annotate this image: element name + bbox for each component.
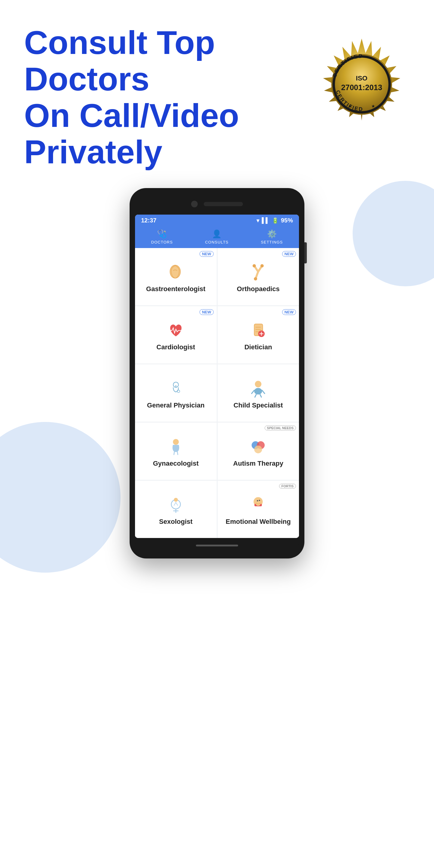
- status-time: 12:37: [141, 217, 156, 224]
- svg-point-14: [260, 264, 264, 267]
- svg-point-35: [254, 445, 262, 453]
- hero-section: Consult Top Doctors On Call/Video Privat…: [0, 0, 434, 182]
- battery-percent: 95%: [281, 217, 293, 224]
- card-sexologist[interactable]: Sexologist: [135, 481, 217, 538]
- signal-icon: ▌▌: [261, 217, 270, 224]
- tab-settings[interactable]: ⚙️ SETTINGS: [261, 229, 283, 244]
- tab-doctors-label: DOCTORS: [151, 240, 173, 244]
- gynaecologist-name: Gynaecologist: [153, 460, 198, 467]
- svg-point-13: [253, 264, 256, 267]
- doctors-grid: NEW Gastroenterologist NEW: [135, 248, 299, 538]
- child-specialist-name: Child Specialist: [234, 401, 283, 409]
- tab-consults[interactable]: 👤 CONSULTS: [205, 229, 228, 244]
- wifi-icon: ▾: [256, 217, 259, 224]
- general-physician-name: General Physician: [147, 401, 205, 409]
- cardiologist-icon: [166, 321, 186, 340]
- svg-text:★: ★: [371, 104, 375, 108]
- autism-therapy-name: Autism Therapy: [233, 460, 283, 467]
- phone-container: 12:37 ▾ ▌▌ 🔋 95% 🩺 DOCTORS 👤 CONSULTS: [0, 182, 434, 583]
- svg-point-24: [175, 385, 176, 386]
- child-specialist-icon: [248, 379, 268, 398]
- iso-badge-container: CERTIFIED ISO 27001:2013 CERTIFIED ★ ★: [313, 36, 410, 133]
- badge-orthopaedics: NEW: [282, 251, 296, 257]
- consults-icon: 👤: [212, 229, 221, 239]
- home-bar: [196, 545, 238, 547]
- card-dietician[interactable]: NEW Dietician: [218, 306, 299, 364]
- svg-text:★: ★: [348, 104, 352, 108]
- gynaecologist-icon: [166, 437, 186, 457]
- status-right: ▾ ▌▌ 🔋 95%: [256, 217, 293, 224]
- orthopaedics-icon: [248, 262, 268, 282]
- iso-badge: CERTIFIED ISO 27001:2013 CERTIFIED ★ ★: [313, 36, 410, 133]
- badge-emotional-wellbeing: FORTIS: [279, 484, 296, 489]
- badge-cardiologist: NEW: [199, 309, 213, 315]
- hero-title: Consult Top Doctors On Call/Video Privat…: [24, 24, 313, 170]
- tab-bar: 🩺 DOCTORS 👤 CONSULTS ⚙️ SETTINGS: [135, 226, 299, 248]
- svg-point-39: [174, 498, 178, 501]
- cardiologist-name: Cardiologist: [156, 343, 195, 351]
- sexologist-icon: [166, 495, 186, 515]
- autism-therapy-icon: [248, 437, 268, 457]
- phone-camera: [191, 201, 198, 207]
- hero-text: Consult Top Doctors On Call/Video Privat…: [24, 24, 313, 170]
- phone-notch: [135, 193, 299, 215]
- battery-icon: 🔋: [272, 217, 278, 224]
- card-gynaecologist[interactable]: Gynaecologist: [135, 423, 217, 480]
- emotional-wellbeing-icon: [248, 495, 268, 515]
- svg-line-30: [255, 395, 256, 397]
- emotional-wellbeing-name: Emotional Wellbeing: [226, 518, 291, 526]
- svg-point-42: [259, 500, 260, 501]
- svg-point-26: [255, 381, 261, 387]
- phone-bottom: [135, 538, 299, 553]
- svg-text:ISO: ISO: [356, 74, 368, 82]
- svg-line-28: [252, 390, 254, 393]
- phone-speaker: [204, 202, 243, 206]
- svg-line-31: [260, 395, 261, 397]
- tab-doctors[interactable]: 🩺 DOCTORS: [151, 229, 173, 244]
- general-physician-icon: [166, 379, 186, 398]
- phone-screen: 12:37 ▾ ▌▌ 🔋 95% 🩺 DOCTORS 👤 CONSULTS: [135, 215, 299, 538]
- sexologist-name: Sexologist: [159, 518, 193, 526]
- tab-consults-label: CONSULTS: [205, 240, 228, 244]
- badge-gastroenterologist: NEW: [199, 251, 213, 257]
- card-child-specialist[interactable]: Child Specialist: [218, 364, 299, 422]
- card-cardiologist[interactable]: NEW Cardiologist: [135, 306, 217, 364]
- phone-side-button: [304, 242, 307, 264]
- svg-text:27001:2013: 27001:2013: [341, 83, 382, 92]
- doctors-icon: 🩺: [157, 229, 167, 239]
- card-gastroenterologist[interactable]: NEW Gastroenterologist: [135, 248, 217, 305]
- svg-line-29: [262, 390, 265, 393]
- svg-point-41: [257, 500, 258, 501]
- card-orthopaedics[interactable]: NEW Orthopaedics: [218, 248, 299, 305]
- orthopaedics-name: Orthopaedics: [237, 285, 280, 293]
- card-autism-therapy[interactable]: SPECIAL NEEDS Autism Therapy: [218, 423, 299, 480]
- gastroenterologist-name: Gastroenterologist: [146, 285, 206, 293]
- settings-icon: ⚙️: [267, 229, 277, 239]
- dietician-icon: [248, 321, 268, 340]
- card-general-physician[interactable]: General Physician: [135, 364, 217, 422]
- svg-point-15: [254, 277, 257, 280]
- dietician-name: Dietician: [244, 343, 272, 351]
- tab-settings-label: SETTINGS: [261, 240, 283, 244]
- badge-autism-therapy: SPECIAL NEEDS: [265, 426, 296, 430]
- gastroenterologist-icon: [166, 262, 186, 282]
- svg-point-32: [173, 439, 179, 445]
- status-bar: 12:37 ▾ ▌▌ 🔋 95%: [135, 215, 299, 226]
- phone-mockup: 12:37 ▾ ▌▌ 🔋 95% 🩺 DOCTORS 👤 CONSULTS: [130, 188, 304, 558]
- card-emotional-wellbeing[interactable]: FORTIS Emotional Wellbeing: [218, 481, 299, 538]
- svg-point-27: [254, 388, 262, 395]
- badge-dietician: NEW: [282, 309, 296, 315]
